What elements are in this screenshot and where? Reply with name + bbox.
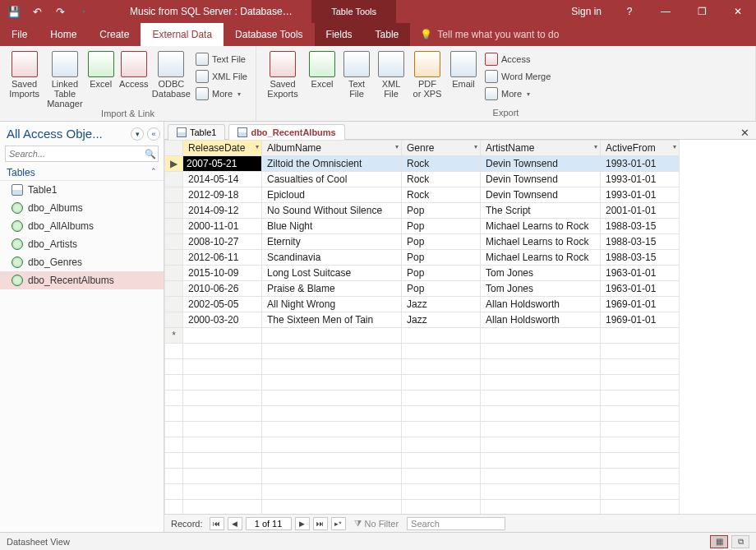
linked-table-manager-button[interactable]: Linked Table Manager: [45, 49, 84, 109]
table-row[interactable]: 2010-06-26Praise & BlamePopTom Jones1963…: [165, 281, 680, 297]
cell-activefrom[interactable]: 1988-03-15: [601, 234, 680, 250]
cell-artistname[interactable]: Tom Jones: [481, 281, 601, 297]
cell-genre[interactable]: Rock: [402, 156, 481, 172]
undo-icon[interactable]: ↶: [28, 2, 46, 21]
recnav-new-icon[interactable]: ▸*: [331, 517, 346, 530]
saved-imports-button[interactable]: Saved Imports: [5, 49, 44, 99]
cell-artistname[interactable]: Michael Learns to Rock: [481, 219, 601, 234]
cell-empty[interactable]: [262, 328, 402, 344]
cell-activefrom[interactable]: 1969-01-01: [601, 297, 680, 312]
export-access-button[interactable]: Access: [482, 51, 554, 67]
recnav-filter[interactable]: ⧩No Filter: [349, 518, 404, 529]
cell-artistname[interactable]: Michael Learns to Rock: [481, 234, 601, 250]
save-icon[interactable]: 💾: [5, 2, 23, 21]
column-header-activefrom[interactable]: ActiveFrom▾: [601, 141, 680, 156]
cell-genre[interactable]: Pop: [402, 250, 481, 266]
cell-activefrom[interactable]: 1988-03-15: [601, 219, 680, 234]
tab-table[interactable]: Table: [364, 23, 411, 46]
table-row[interactable]: 2000-03-20The Sixteen Men of TainJazzAll…: [165, 312, 680, 328]
new-record-row[interactable]: [165, 328, 680, 344]
import-xml-file-button[interactable]: XML File: [192, 68, 251, 85]
cell-empty[interactable]: [183, 328, 262, 344]
row-selector[interactable]: [165, 297, 183, 312]
cell-activefrom[interactable]: 1963-01-01: [601, 281, 680, 297]
cell-albumname[interactable]: Praise & Blame: [262, 281, 402, 297]
import-more-button[interactable]: More: [192, 86, 251, 102]
column-filter-icon[interactable]: ▾: [395, 143, 399, 150]
export-word-merge-button[interactable]: Word Merge: [482, 68, 554, 85]
row-selector[interactable]: [165, 328, 183, 344]
nav-search[interactable]: 🔍: [5, 146, 159, 162]
column-filter-icon[interactable]: ▾: [673, 143, 676, 150]
nav-item-dbo_albums[interactable]: dbo_Albums: [0, 199, 164, 217]
cell-releasedate[interactable]: 2014-09-12: [183, 203, 262, 219]
cell-activefrom[interactable]: 2001-01-01: [601, 203, 680, 219]
cell-albumname[interactable]: Ziltoid the Omniscient: [262, 156, 402, 172]
column-filter-icon[interactable]: ▾: [256, 143, 259, 150]
cell-artistname[interactable]: Michael Learns to Rock: [481, 250, 601, 266]
cell-albumname[interactable]: Long Lost Suitcase: [262, 266, 402, 281]
row-selector[interactable]: [165, 281, 183, 297]
search-icon[interactable]: 🔍: [143, 149, 158, 159]
row-selector[interactable]: [165, 250, 183, 266]
saved-exports-button[interactable]: Saved Exports: [261, 49, 304, 99]
column-header-albumname[interactable]: AlbumName▾: [262, 141, 402, 156]
nav-pane-title[interactable]: All Access Obje...: [7, 127, 127, 141]
export-excel-button[interactable]: Excel: [306, 49, 339, 89]
cell-artistname[interactable]: Devin Townsend: [481, 187, 601, 203]
cell-genre[interactable]: Jazz: [402, 297, 481, 312]
import-access-button[interactable]: Access: [118, 49, 150, 89]
cell-albumname[interactable]: Epicloud: [262, 187, 402, 203]
recnav-last-icon[interactable]: ⏭: [313, 517, 328, 530]
cell-albumname[interactable]: Eternity: [262, 234, 402, 250]
table-row[interactable]: 2012-06-11ScandinaviaPopMichael Learns t…: [165, 250, 680, 266]
view-design-icon[interactable]: ⧉: [731, 535, 749, 548]
column-filter-icon[interactable]: ▾: [594, 143, 597, 150]
cell-artistname[interactable]: Devin Townsend: [481, 172, 601, 187]
cell-artistname[interactable]: Allan Holdsworth: [481, 312, 601, 328]
nav-item-dbo_artists[interactable]: dbo_Artists: [0, 235, 164, 253]
qat-customize[interactable]: [74, 2, 92, 21]
select-all-corner[interactable]: [165, 141, 183, 156]
recnav-prev-icon[interactable]: ◀: [228, 517, 242, 530]
close-icon[interactable]: ✕: [720, 0, 756, 23]
cell-releasedate[interactable]: 2012-09-18: [183, 187, 262, 203]
cell-genre[interactable]: Pop: [402, 219, 481, 234]
help-icon[interactable]: ?: [611, 0, 648, 23]
tab-home[interactable]: Home: [39, 23, 88, 46]
row-selector[interactable]: [165, 219, 183, 234]
cell-genre[interactable]: Pop: [402, 234, 481, 250]
cell-genre[interactable]: Pop: [402, 281, 481, 297]
cell-releasedate[interactable]: 2014-05-14: [183, 172, 262, 187]
cell-activefrom[interactable]: 1969-01-01: [601, 312, 680, 328]
table-row[interactable]: ▶Ziltoid the OmniscientRockDevin Townsen…: [165, 156, 680, 172]
cell-activefrom[interactable]: 1993-01-01: [601, 156, 680, 172]
tab-external-data[interactable]: External Data: [141, 23, 224, 46]
cell-genre[interactable]: Rock: [402, 172, 481, 187]
tab-database-tools[interactable]: Database Tools: [224, 23, 315, 46]
cell-releasedate[interactable]: 2015-10-09: [183, 266, 262, 281]
cell-activefrom[interactable]: 1963-01-01: [601, 266, 680, 281]
cell-artistname[interactable]: Allan Holdsworth: [481, 297, 601, 312]
doc-tab-dbo_recentalbums[interactable]: dbo_RecentAlbums: [228, 124, 344, 140]
export-xml-file-button[interactable]: XML File: [375, 49, 408, 99]
recnav-next-icon[interactable]: ▶: [295, 517, 310, 530]
cell-albumname[interactable]: The Sixteen Men of Tain: [262, 312, 402, 328]
cell-genre[interactable]: Pop: [402, 203, 481, 219]
cell-genre[interactable]: Jazz: [402, 312, 481, 328]
cell-albumname[interactable]: All Night Wrong: [262, 297, 402, 312]
cell-releasedate[interactable]: 2000-03-20: [183, 312, 262, 328]
cell-releasedate[interactable]: 2002-05-05: [183, 297, 262, 312]
cell-albumname[interactable]: No Sound Without Silence: [262, 203, 402, 219]
table-row[interactable]: 2012-09-18EpicloudRockDevin Townsend1993…: [165, 187, 680, 203]
table-row[interactable]: 2014-09-12No Sound Without SilencePopThe…: [165, 203, 680, 219]
sign-in-link[interactable]: Sign in: [561, 6, 611, 17]
table-row[interactable]: 2002-05-05All Night WrongJazzAllan Holds…: [165, 297, 680, 312]
nav-item-dbo_recentalbums[interactable]: dbo_RecentAlbums: [0, 271, 164, 289]
tab-create[interactable]: Create: [88, 23, 141, 46]
recnav-search-input[interactable]: [407, 517, 505, 530]
row-selector[interactable]: [165, 187, 183, 203]
row-selector[interactable]: [165, 234, 183, 250]
cell-editor[interactable]: [183, 156, 261, 171]
cell-albumname[interactable]: Blue Night: [262, 219, 402, 234]
